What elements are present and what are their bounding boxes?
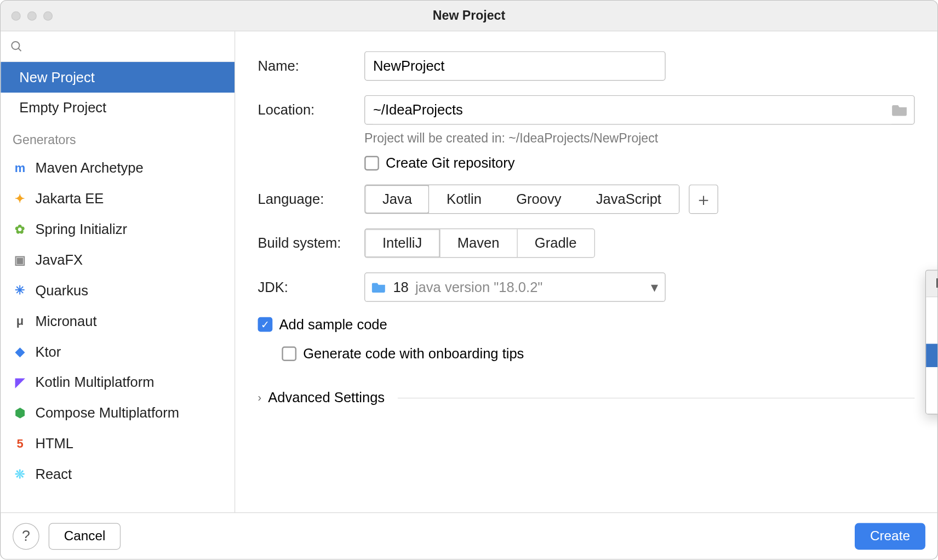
sidebar-item-empty-project[interactable]: Empty Project [1, 93, 234, 123]
sidebar-item-label: React [35, 466, 72, 482]
install-plugin-header: Install Plugin [926, 271, 938, 298]
window-controls [12, 11, 53, 20]
plugin-option-scala[interactable]: Scala [926, 391, 938, 414]
maximize-window-icon[interactable] [43, 11, 53, 20]
language-label: Language: [258, 191, 365, 207]
cancel-button[interactable]: Cancel [49, 523, 121, 550]
add-language-button[interactable]: ＋ [689, 185, 718, 214]
sidebar-item-label: Compose Multiplatform [35, 405, 179, 421]
sidebar-item-label: Jakarta EE [35, 191, 104, 207]
plus-icon: ＋ [695, 187, 712, 211]
sidebar-item-label: HTML [35, 436, 73, 452]
sidebar-item-react[interactable]: ❊React [1, 459, 234, 490]
create-git-label: Create Git repository [386, 155, 515, 171]
sidebar-item-label: Ktor [35, 344, 61, 359]
dialog-footer: ? Cancel Create [1, 512, 937, 559]
browse-folder-icon[interactable] [891, 103, 909, 116]
language-option-groovy[interactable]: Groovy [499, 185, 579, 213]
html-icon: 5 [13, 437, 27, 451]
sidebar: New Project Empty Project Generators mMa… [1, 31, 235, 512]
sidebar-item-micronaut[interactable]: μMicronaut [1, 306, 234, 336]
language-option-kotlin[interactable]: Kotlin [429, 185, 499, 213]
dialog-body: New Project Empty Project Generators mMa… [1, 31, 937, 512]
search-row [1, 31, 234, 62]
chevron-down-icon: ▾ [651, 279, 658, 295]
sidebar-item-jakarta-ee[interactable]: ✦Jakarta EE [1, 183, 234, 214]
build-system-segmented: IntelliJMavenGradle [364, 228, 594, 258]
search-icon[interactable] [10, 39, 23, 53]
compose-multiplatform-icon: ⬢ [13, 405, 27, 420]
ktor-icon: ◆ [13, 345, 27, 359]
kotlin-multiplatform-icon: ◤ [13, 375, 27, 390]
name-input[interactable] [364, 52, 666, 81]
create-git-checkbox-row[interactable]: Create Git repository [364, 155, 914, 171]
build-option-gradle[interactable]: Gradle [517, 229, 594, 257]
build-system-label: Build system: [258, 235, 365, 251]
location-label: Location: [258, 102, 365, 118]
plugin-option-ruby[interactable]: Ruby [926, 367, 938, 391]
create-button[interactable]: Create [855, 523, 925, 550]
add-sample-code-label: Add sample code [279, 317, 387, 333]
sidebar-item-label: Micronaut [35, 313, 96, 329]
advanced-settings-row[interactable]: › Advanced Settings [258, 390, 915, 405]
javafx-icon: ▣ [13, 253, 27, 267]
plugin-option-php[interactable]: PHP [926, 321, 938, 344]
divider [398, 397, 914, 398]
sidebar-item-quarkus[interactable]: ✳Quarkus [1, 275, 234, 306]
titlebar: New Project [1, 1, 937, 31]
plugin-option-python[interactable]: Python [926, 344, 938, 367]
build-option-maven[interactable]: Maven [440, 229, 517, 257]
generate-onboarding-checkbox[interactable] [282, 346, 296, 361]
jakarta-ee-icon: ✦ [13, 191, 27, 206]
add-sample-code-checkbox[interactable]: ✓ [258, 317, 273, 332]
react-icon: ❊ [13, 467, 27, 482]
build-option-intellij[interactable]: IntelliJ [365, 229, 440, 257]
sidebar-item-label: New Project [19, 69, 95, 85]
install-plugin-popup: Install Plugin GoPHPPythonRubyScala [925, 270, 938, 414]
sidebar-item-kotlin-multiplatform[interactable]: ◤Kotlin Multiplatform [1, 367, 234, 398]
sidebar-item-html[interactable]: 5HTML [1, 428, 234, 459]
sidebar-item-new-project[interactable]: New Project [1, 62, 234, 93]
language-option-javascript[interactable]: JavaScript [579, 185, 678, 213]
location-input-wrap [364, 95, 914, 125]
micronaut-icon: μ [13, 314, 27, 328]
maven-archetype-icon: m [13, 161, 27, 175]
jdk-version-text: java version "18.0.2" [415, 279, 542, 295]
chevron-right-icon: › [258, 392, 261, 404]
generators-heading: Generators [1, 123, 234, 152]
sidebar-item-label: Maven Archetype [35, 160, 143, 176]
sidebar-item-label: Kotlin Multiplatform [35, 374, 154, 390]
language-segmented: JavaKotlinGroovyJavaScript [364, 185, 679, 214]
jdk-label: JDK: [258, 279, 365, 295]
location-hint: Project will be created in: ~/IdeaProjec… [364, 132, 914, 146]
sidebar-item-label: JavaFX [35, 252, 83, 268]
sidebar-item-spring-initializr[interactable]: ✿Spring Initializr [1, 214, 234, 244]
generate-onboarding-row[interactable]: Generate code with onboarding tips [282, 346, 914, 362]
close-window-icon[interactable] [12, 11, 21, 20]
advanced-settings-label: Advanced Settings [268, 390, 385, 405]
generate-onboarding-label: Generate code with onboarding tips [303, 346, 524, 362]
new-project-dialog: New Project New Project Empty Project Ge… [0, 0, 938, 559]
spring-initializr-icon: ✿ [13, 222, 27, 237]
name-label: Name: [258, 58, 365, 74]
sidebar-item-compose-multiplatform[interactable]: ⬢Compose Multiplatform [1, 398, 234, 428]
sidebar-item-label: Spring Initializr [35, 221, 127, 237]
create-git-checkbox[interactable] [364, 156, 379, 171]
location-input[interactable] [373, 96, 891, 124]
add-sample-code-row[interactable]: ✓ Add sample code [258, 317, 915, 333]
sidebar-item-javafx[interactable]: ▣JavaFX [1, 244, 234, 275]
language-option-java[interactable]: Java [364, 185, 430, 214]
sidebar-list: New Project Empty Project Generators mMa… [1, 62, 234, 512]
jdk-number: 18 [393, 279, 408, 295]
sidebar-item-maven-archetype[interactable]: mMaven Archetype [1, 152, 234, 183]
minimize-window-icon[interactable] [27, 11, 37, 20]
sidebar-item-label: Empty Project [19, 100, 106, 116]
jdk-dropdown[interactable]: 18 java version "18.0.2" ▾ [364, 272, 666, 302]
quarkus-icon: ✳ [13, 283, 27, 298]
sidebar-item-ktor[interactable]: ◆Ktor [1, 336, 234, 367]
main-panel: Name: Location: Project will be created … [235, 31, 937, 512]
window-title: New Project [1, 8, 937, 23]
sidebar-item-label: Quarkus [35, 283, 88, 299]
help-button[interactable]: ? [13, 523, 39, 550]
plugin-option-go[interactable]: Go [926, 297, 938, 321]
